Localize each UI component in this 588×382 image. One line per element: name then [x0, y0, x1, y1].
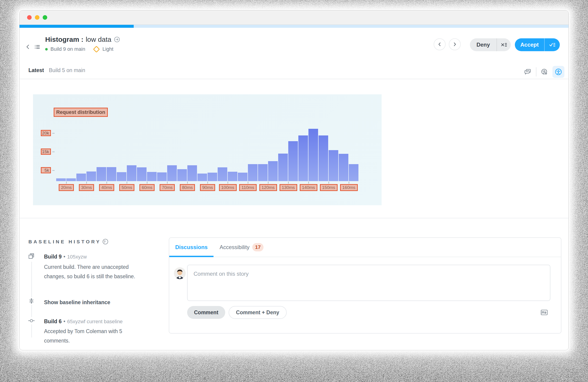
macos-titlebar [20, 10, 568, 25]
x-axis-tick [228, 181, 228, 184]
build-status-dot [45, 48, 48, 50]
x-axis-label-highlight: 100ms [219, 184, 237, 191]
panel-tabs: Discussions Accessibility 17 [169, 238, 561, 257]
tab-accessibility-label: Accessibility [219, 244, 250, 250]
x-axis-label-highlight: 30ms [79, 184, 94, 191]
build-9-title-row[interactable]: Build 9•105xyzw [44, 254, 87, 260]
build-6-description: Accepted by Tom Coleman with 5 comments. [44, 327, 143, 345]
x-axis-tick [126, 181, 127, 184]
tab-discussions[interactable]: Discussions [169, 238, 213, 257]
histogram-bar [86, 172, 96, 181]
story-snapshot-histogram: Request distribution 20k15k5k 20ms30ms40… [33, 94, 382, 205]
histogram-bar [238, 173, 248, 181]
x-axis-label-highlight: 90ms [200, 184, 215, 191]
deny-split-button: Deny [470, 38, 511, 51]
histogram-bar [288, 141, 298, 181]
x-axis-tick [86, 181, 87, 184]
histogram-bar [147, 172, 157, 181]
go-to-story-icon[interactable] [113, 36, 120, 43]
x-axis-label-highlight: 130ms [280, 184, 297, 191]
build-status-label: Build 9 on main [50, 46, 85, 52]
build-changes-icon [28, 252, 35, 260]
histogram-bar [248, 164, 257, 181]
x-axis-tick [66, 181, 67, 184]
x-axis-label-highlight: 110ms [239, 184, 257, 191]
x-axis-tick [288, 181, 289, 184]
x-axis-tick [328, 181, 329, 184]
histogram-bar [107, 167, 116, 181]
build-6-label: Build 6 [44, 318, 62, 324]
latest-build-bar: Latest Build 5 on main [20, 65, 568, 79]
screenshot-stage: { "progress": { "percent": 20.8 }, "head… [0, 0, 588, 382]
x-axis-tick [349, 181, 349, 184]
x-axis-tick [106, 181, 107, 184]
show-baseline-inheritance-link[interactable]: Show baseline inheritance [44, 299, 110, 306]
histogram-bar [56, 178, 66, 181]
baseline-inheritance-icon [28, 297, 35, 305]
y-axis-tick [52, 133, 55, 134]
comment-and-deny-button[interactable]: Comment + Deny [229, 306, 287, 319]
close-window-button[interactable] [27, 15, 32, 20]
comment-input[interactable] [187, 265, 550, 301]
page-title: Histogram : low data [45, 36, 120, 43]
build-9-description: Current build. There are unaccepted chan… [44, 262, 143, 281]
minimize-window-button[interactable] [35, 15, 40, 20]
story-name: low data [86, 36, 111, 43]
histogram-bar [137, 167, 147, 181]
y-axis-tick [52, 170, 55, 171]
build-6-title-row[interactable]: Build 6•65xyzwf current baseline [44, 318, 123, 325]
x-axis-tick [248, 181, 248, 184]
user-avatar[interactable] [174, 267, 186, 279]
accept-button[interactable]: Accept [515, 38, 544, 51]
accept-batch-icon[interactable] [544, 38, 560, 51]
x-axis-label-highlight: 140ms [300, 184, 317, 191]
y-axis-label-highlight: 5k [41, 167, 51, 173]
histogram-bar [66, 178, 76, 181]
x-axis-label-highlight: 40ms [99, 184, 114, 191]
histogram-bar [177, 169, 187, 181]
x-axis-label-highlight: 50ms [119, 184, 134, 191]
help-icon[interactable]: ? [102, 239, 108, 245]
build-progress-fill [20, 25, 134, 28]
next-story-button[interactable] [449, 38, 461, 50]
histogram-bar [218, 167, 227, 181]
deny-batch-icon[interactable] [497, 38, 511, 51]
histogram-bar [298, 135, 308, 181]
histogram-bar [167, 165, 177, 181]
histogram-bar [157, 172, 167, 181]
comments-icon[interactable] [525, 68, 531, 75]
histogram-bar [228, 172, 237, 181]
toolbar-divider [536, 67, 536, 76]
x-axis-label-highlight: 160ms [340, 184, 358, 191]
histogram-bar [268, 161, 278, 181]
x-axis-tick [167, 181, 168, 184]
accessibility-off-icon[interactable] [541, 68, 548, 75]
x-axis-label-highlight: 120ms [259, 184, 277, 191]
zoom-window-button[interactable] [43, 15, 47, 20]
app-window: Histogram : low data Build 9 on main Lig… [19, 10, 569, 350]
story-list-icon[interactable] [34, 43, 41, 50]
markdown-icon [541, 310, 548, 315]
previous-story-button[interactable] [434, 38, 446, 50]
x-axis-tick [187, 181, 188, 184]
deny-button[interactable]: Deny [470, 38, 497, 51]
tab-discussions-label: Discussions [175, 244, 208, 250]
back-button[interactable] [24, 43, 31, 50]
latest-build-label: Build 5 on main [49, 67, 85, 73]
accessibility-on-icon[interactable] [552, 66, 564, 78]
histogram-bar [187, 165, 197, 181]
histogram-bar [97, 167, 106, 181]
discussion-panel: Discussions Accessibility 17 [169, 237, 561, 334]
variant-label: Light [103, 46, 113, 52]
x-axis-tick [147, 181, 147, 184]
baseline-history-title: BASELINE HISTORY [28, 239, 101, 245]
x-axis-label-highlight: 20ms [59, 184, 74, 191]
comment-button[interactable]: Comment [187, 306, 225, 319]
y-axis-label-highlight: 15k [41, 149, 51, 155]
accessibility-count-badge: 17 [252, 243, 264, 251]
histogram-bar [258, 164, 268, 181]
histogram-bar [208, 173, 217, 181]
chart-title-highlight: Request distribution [54, 108, 108, 117]
chart-title: Request distribution [56, 109, 105, 115]
tab-accessibility[interactable]: Accessibility 17 [213, 238, 270, 257]
